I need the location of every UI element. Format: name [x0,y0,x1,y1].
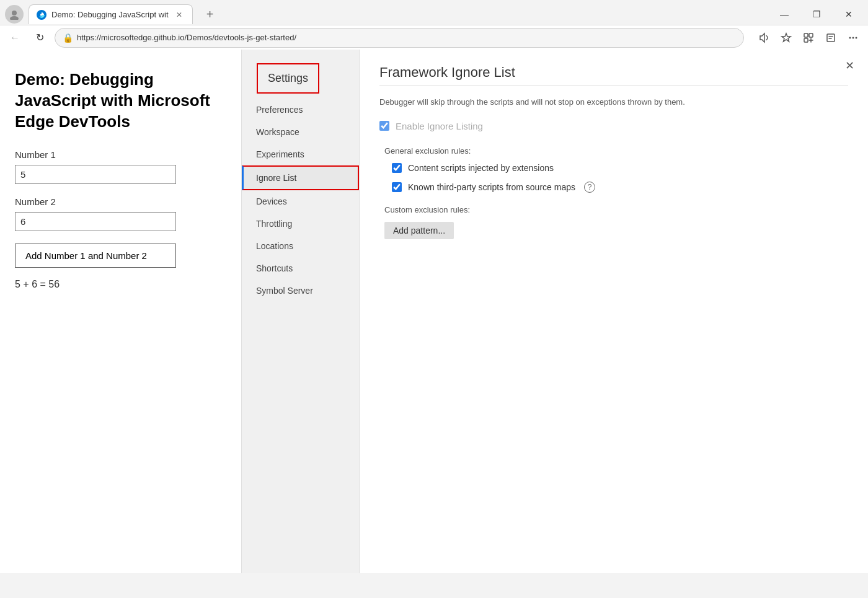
svg-rect-5 [804,38,808,42]
edge-favicon [37,10,46,20]
svg-point-9 [856,37,857,38]
enable-ignore-listing-label: Enable Ignore Listing [396,121,483,131]
svg-point-7 [849,37,851,38]
settings-nav-item-workspace[interactable]: Workspace [242,121,359,143]
back-button[interactable]: ← [5,28,25,48]
content-scripts-row: Content scripts injected by extensions [392,163,848,173]
number2-label: Number 2 [15,196,226,207]
number1-field: Number 1 [15,149,226,184]
browser-content: Demo: Debugging JavaScript with Microsof… [0,50,868,573]
refresh-button[interactable]: ↻ [30,28,50,48]
new-tab-button[interactable]: + [200,4,220,24]
settings-nav-item-ignore-list[interactable]: Ignore List [242,165,359,190]
title-bar: Demo: Debugging JavaScript wit ✕ + — ❐ ✕ [0,0,868,25]
favorites-button[interactable] [776,28,796,48]
third-party-scripts-checkbox[interactable] [392,182,402,192]
settings-nav-item-devices[interactable]: Devices [242,190,359,213]
enable-ignore-listing-checkbox[interactable] [379,121,389,131]
number2-input[interactable] [15,212,176,231]
help-icon[interactable]: ? [584,182,595,193]
settings-nav-item-locations[interactable]: Locations [242,235,359,257]
settings-nav: PreferencesWorkspaceExperimentsIgnore Li… [242,99,359,302]
general-exclusion-label: General exclusion rules: [384,146,848,156]
address-bar: ← ↻ 🔒 https://microsoftedge.github.io/De… [0,25,868,50]
third-party-scripts-row: Known third-party scripts from source ma… [392,182,848,193]
page-content: Demo: Debugging JavaScript with Microsof… [0,50,242,573]
svg-rect-3 [804,33,808,37]
svg-point-8 [852,37,854,38]
toolbar-icons [754,28,863,48]
settings-description: Debugger will skip through the scripts a… [379,96,848,108]
settings-panel-title: Framework Ignore List [379,64,848,81]
add-pattern-button[interactable]: Add pattern... [384,222,454,239]
settings-close-button[interactable]: ✕ [841,57,858,74]
tab-close-button[interactable]: ✕ [174,9,185,20]
number1-input[interactable] [15,165,176,184]
svg-rect-6 [827,34,835,42]
enable-ignore-listing-row: Enable Ignore Listing [379,121,848,131]
content-scripts-label: Content scripts injected by extensions [408,163,554,173]
minimize-button[interactable]: — [770,4,799,24]
third-party-scripts-label: Known third-party scripts from source ma… [408,182,575,192]
lock-icon: 🔒 [63,33,73,43]
settings-content-panel: ✕ Framework Ignore List Debugger will sk… [360,50,868,573]
restore-button[interactable]: ❐ [802,4,831,24]
settings-nav-item-experiments[interactable]: Experiments [242,143,359,165]
user-avatar[interactable] [5,5,24,24]
settings-divider [379,86,848,86]
settings-header[interactable]: Settings [257,63,319,94]
menu-button[interactable] [843,28,863,48]
number1-label: Number 1 [15,149,226,160]
devtools-panel: Settings PreferencesWorkspaceExperiments… [242,50,868,573]
url-text: https://microsoftedge.github.io/Demos/de… [77,33,736,42]
settings-sidebar: Settings PreferencesWorkspaceExperiments… [242,50,360,573]
browser-window: Demo: Debugging JavaScript wit ✕ + — ❐ ✕… [0,0,868,50]
window-controls: — ❐ ✕ [770,4,863,24]
tab-title: Demo: Debugging JavaScript wit [51,10,169,19]
extensions-button[interactable] [799,28,818,48]
add-button[interactable]: Add Number 1 and Number 2 [15,244,176,268]
settings-nav-item-preferences[interactable]: Preferences [242,99,359,121]
page-title: Demo: Debugging JavaScript with Microsof… [15,69,226,132]
result-text: 5 + 6 = 56 [15,279,226,290]
close-button[interactable]: ✕ [835,4,863,24]
settings-nav-item-throttling[interactable]: Throttling [242,213,359,235]
settings-nav-item-symbol-server[interactable]: Symbol Server [242,279,359,302]
svg-point-1 [10,16,19,20]
read-aloud-button[interactable] [754,28,774,48]
url-bar[interactable]: 🔒 https://microsoftedge.github.io/Demos/… [55,28,744,48]
content-scripts-checkbox[interactable] [392,163,402,173]
collections-button[interactable] [821,28,841,48]
active-tab[interactable]: Demo: Debugging JavaScript wit ✕ [29,4,193,24]
svg-point-0 [12,11,17,15]
svg-rect-4 [809,33,813,37]
number2-field: Number 2 [15,196,226,231]
settings-nav-item-shortcuts[interactable]: Shortcuts [242,257,359,279]
custom-exclusion-label: Custom exclusion rules: [384,205,848,214]
